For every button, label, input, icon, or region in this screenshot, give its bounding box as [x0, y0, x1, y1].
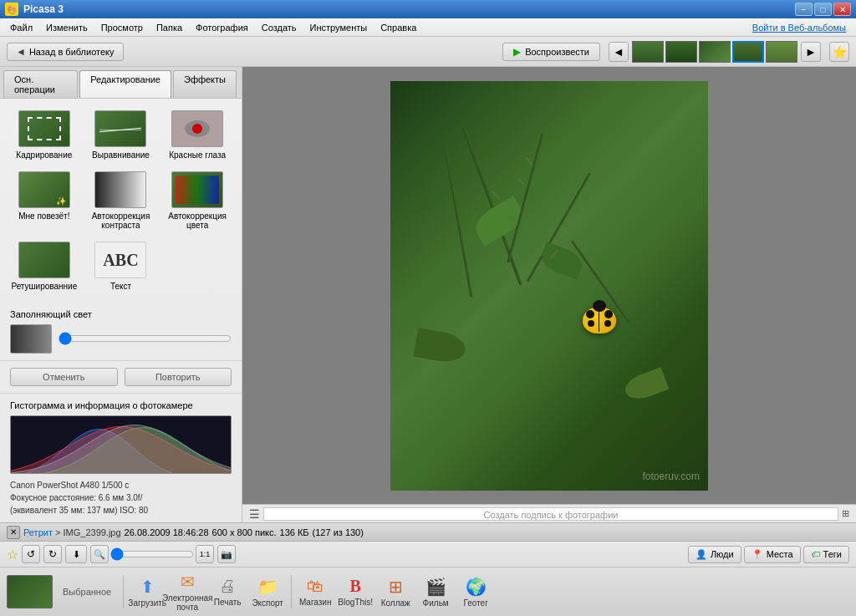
- tool-text-thumb: ABC: [94, 242, 146, 278]
- tool-contrast-label: Автокоррекция контраста: [87, 211, 155, 230]
- tab-basic[interactable]: Осн. операции: [3, 70, 78, 98]
- divider1: [123, 575, 124, 608]
- blog-button[interactable]: B BlogThis!: [337, 571, 374, 613]
- prev-photo-button[interactable]: ◄: [609, 42, 629, 62]
- photo-main: fotoeruv.com: [242, 67, 856, 504]
- film-button[interactable]: 🎬 Фильм: [417, 571, 454, 613]
- ladybug-spot2: [604, 310, 613, 318]
- histogram-chart: [10, 415, 232, 474]
- tool-color[interactable]: Автокоррекция цвета: [160, 166, 235, 235]
- histogram-section: Гистограмма и информация о фотокамере Ca…: [0, 393, 242, 523]
- film-label: Фильм: [423, 598, 449, 608]
- collage-icon: ⊞: [389, 577, 403, 597]
- tool-lucky[interactable]: ✨ Мне повезёт!: [7, 166, 82, 235]
- starred-button[interactable]: ⭐: [829, 42, 849, 62]
- tab-edit[interactable]: Редактирование: [79, 70, 171, 98]
- ladybug: [583, 307, 616, 333]
- tool-retouch[interactable]: Ретушированние: [7, 237, 82, 296]
- back-button[interactable]: ◄ Назад в библиотеку: [7, 43, 124, 61]
- menu-file[interactable]: Файл: [3, 21, 39, 34]
- fill-light-slider-container: [59, 332, 232, 347]
- tags-label: Теги: [823, 549, 842, 559]
- ladybug-spot1: [586, 310, 594, 318]
- menu-folder[interactable]: Папка: [150, 21, 189, 34]
- email-button[interactable]: ✉ Электронная почта: [169, 571, 206, 613]
- next-photo-button[interactable]: ►: [801, 42, 821, 62]
- tool-contrast[interactable]: Автокоррекция контраста: [84, 166, 159, 235]
- thumbnail-preview[interactable]: [7, 575, 53, 608]
- zoom-out-button[interactable]: 🔍: [90, 545, 109, 563]
- web-albums-link[interactable]: Войти в Веб-альбомы: [752, 23, 853, 33]
- menu-help[interactable]: Справка: [374, 21, 423, 34]
- fit-button[interactable]: 1:1: [196, 545, 214, 563]
- fill-light-row: [10, 324, 232, 354]
- print-label: Печать: [214, 598, 242, 607]
- stem3: [444, 149, 472, 298]
- back-arrow-icon: ◄: [16, 46, 26, 58]
- shop-button[interactable]: 🛍 Магазин: [297, 571, 334, 613]
- menu-tools[interactable]: Инструменты: [303, 21, 374, 34]
- print-button[interactable]: 🖨 Печать: [209, 571, 246, 613]
- tab-effects[interactable]: Эффекты: [173, 70, 237, 98]
- collage-button[interactable]: ⊞ Коллаж: [377, 571, 414, 613]
- thumb-4[interactable]: [732, 41, 764, 63]
- favorite-button[interactable]: ☆: [7, 547, 18, 563]
- close-button[interactable]: ✕: [833, 3, 851, 16]
- thumb-1[interactable]: [632, 41, 664, 63]
- status-path-link[interactable]: Ретрит: [23, 527, 53, 537]
- undo-button[interactable]: Отменить: [10, 368, 118, 386]
- export-button[interactable]: 📁 Экспорт: [249, 571, 286, 613]
- caption-right-icon: ⊞: [842, 508, 849, 519]
- tool-crop[interactable]: Кадрирование: [7, 105, 82, 165]
- zoom-slider[interactable]: [110, 547, 194, 561]
- status-dimensions: 600 х 800 пикс.: [212, 527, 277, 537]
- blog-icon: B: [350, 577, 361, 596]
- download-button[interactable]: ⬇: [65, 545, 87, 563]
- tool-redeye-thumb: [171, 110, 223, 147]
- thumb-3[interactable]: [699, 41, 731, 63]
- geo-label: Геотег: [464, 598, 488, 608]
- status-bar: ✕ Ретрит > IMG_2399.jpg 26.08.2009 18:46…: [0, 522, 856, 541]
- people-button[interactable]: 👤 Люди: [688, 546, 741, 563]
- status-close-button[interactable]: ✕: [7, 526, 20, 539]
- tool-text[interactable]: ABC Текст: [84, 237, 159, 296]
- status-filename: IMG_2399.jpg: [64, 527, 121, 537]
- redo-button[interactable]: Повторить: [125, 368, 232, 386]
- tags-button[interactable]: 🏷 Теги: [803, 546, 849, 563]
- menu-view[interactable]: Просмотр: [94, 21, 150, 34]
- main-toolbar: ◄ Назад в библиотеку ▶ Воспроизвести ◄ ►…: [0, 37, 856, 67]
- play-label: Воспроизвести: [525, 47, 589, 57]
- email-icon: ✉: [181, 572, 195, 592]
- geo-button[interactable]: 🌍 Геотег: [457, 571, 494, 613]
- maximize-button[interactable]: □: [814, 3, 832, 16]
- tags-icon: 🏷: [811, 549, 820, 559]
- tool-straighten-thumb: [94, 110, 146, 147]
- left-panel: Осн. операции Редактирование Эффекты Кад…: [0, 67, 242, 522]
- status-path: Ретрит > IMG_2399.jpg: [23, 527, 121, 537]
- rotate-left-button[interactable]: ↺: [22, 545, 40, 563]
- upload-button[interactable]: ⬆ Загрузить: [129, 571, 166, 613]
- places-button[interactable]: 📍 Места: [744, 546, 801, 563]
- tool-retouch-label: Ретушированние: [11, 282, 77, 291]
- menu-photo[interactable]: Фотография: [189, 21, 255, 34]
- menu-edit[interactable]: Изменить: [39, 21, 94, 34]
- histogram-button[interactable]: 📷: [217, 545, 236, 563]
- upload-label: Загрузить: [128, 598, 166, 608]
- tool-crop-thumb: [18, 110, 70, 147]
- caption-input[interactable]: Создать подпись к фотографии: [263, 507, 838, 521]
- rotate-right-button[interactable]: ↻: [43, 545, 62, 563]
- thorn1: [492, 191, 500, 199]
- tool-redeye[interactable]: Красные глаза: [160, 105, 235, 165]
- shop-icon: 🛍: [307, 577, 324, 596]
- collage-label: Коллаж: [381, 598, 410, 608]
- menu-create[interactable]: Создать: [255, 21, 303, 34]
- minimize-button[interactable]: −: [795, 3, 813, 16]
- thumb-5[interactable]: [766, 41, 797, 63]
- tool-straighten[interactable]: Выравнивание: [84, 105, 159, 165]
- fill-light-slider[interactable]: [59, 332, 232, 345]
- play-button[interactable]: ▶ Воспроизвести: [502, 43, 600, 61]
- print-icon: 🖨: [219, 577, 236, 596]
- caption-bar: ☰ Создать подпись к фотографии ⊞: [242, 504, 856, 522]
- thumb-2[interactable]: [665, 41, 697, 63]
- ladybug-head: [593, 300, 606, 312]
